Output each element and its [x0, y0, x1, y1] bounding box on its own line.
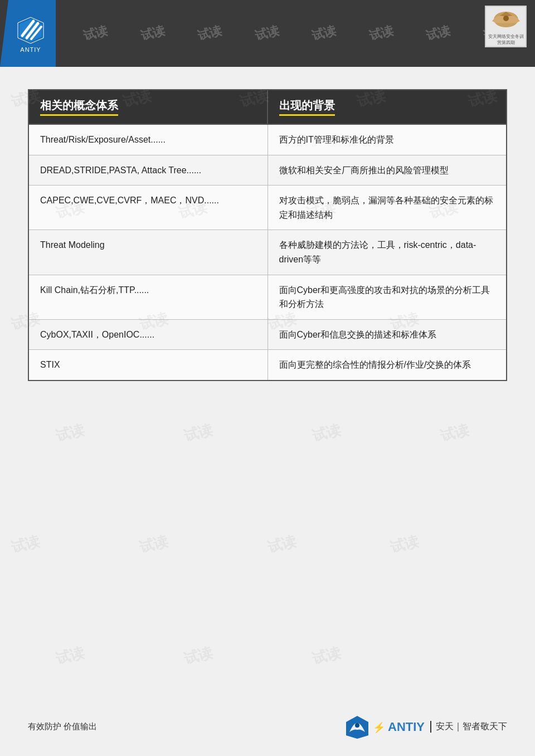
- table-row: Threat/Risk/Exposure/Asset......西方的IT管理和…: [28, 124, 507, 155]
- table-row: CAPEC,CWE,CVE,CVRF，MAEC，NVD......对攻击模式，脆…: [28, 186, 507, 230]
- col-right-header-text: 出现的背景: [279, 98, 335, 116]
- page-watermark-13: 试读: [54, 420, 86, 446]
- table-cell-right: 面向Cyber和信息交换的描述和标准体系: [268, 319, 507, 350]
- page-watermark-15: 试读: [310, 420, 343, 446]
- table-cell-left: STIX: [28, 350, 268, 381]
- page-watermark-19: 试读: [265, 531, 298, 558]
- header-watermarks: 试读 试读 试读 试读 试读 试读 试读 试读: [0, 0, 535, 67]
- wm-2: 试读: [139, 22, 167, 45]
- page-watermark-22: 试读: [182, 643, 215, 669]
- page-watermark-20: 试读: [388, 531, 421, 558]
- main-table: 相关的概念体系 出现的背景 Threat/Risk/Exposure/Asset…: [28, 89, 507, 381]
- wm-5: 试读: [310, 22, 338, 45]
- wm-4: 试读: [253, 22, 281, 45]
- table-row: CybOX,TAXII，OpenIOC......面向Cyber和信息交换的描述…: [28, 319, 507, 350]
- table-cell-right: 面向更完整的综合性的情报分析/作业/交换的体系: [268, 350, 507, 381]
- wm-1: 试读: [81, 22, 109, 45]
- table-cell-right: 对攻击模式，脆弱点，漏洞等各种基础的安全元素的标定和描述结构: [268, 186, 507, 230]
- col-right-header: 出现的背景: [268, 90, 507, 124]
- wm-3: 试读: [196, 22, 223, 45]
- footer-brand-tagline: 安天｜智者敬天下: [430, 721, 507, 733]
- page-watermark-17: 试读: [9, 531, 42, 558]
- table-row: Threat Modeling各种威胁建模的方法论，工具，risk-centri…: [28, 230, 507, 275]
- page-watermark-14: 试读: [182, 420, 215, 446]
- page-watermark-16: 试读: [438, 420, 471, 446]
- brand-sub-label: 安天网络安全冬训营第四期: [486, 34, 526, 46]
- table-cell-left: Kill Chain,钻石分析,TTP......: [28, 275, 268, 319]
- wm-7: 试读: [424, 22, 452, 45]
- footer-right: ⚡ ANTIY 安天｜智者敬天下: [345, 714, 507, 739]
- table-row: Kill Chain,钻石分析,TTP......面向Cyber和更高强度的攻击…: [28, 275, 507, 319]
- col-left-header-text: 相关的概念体系: [40, 98, 118, 116]
- footer-brand-name: ⚡ ANTIY: [373, 720, 425, 734]
- svg-point-9: [355, 723, 359, 728]
- col-left-header: 相关的概念体系: [28, 90, 268, 124]
- table-cell-left: CybOX,TAXII，OpenIOC......: [28, 319, 268, 350]
- page-watermark-21: 试读: [54, 643, 86, 669]
- table-row: DREAD,STRIDE,PASTA, Attack Tree......微软和…: [28, 155, 507, 186]
- table-cell-right: 面向Cyber和更高强度的攻击和对抗的场景的分析工具和分析方法: [268, 275, 507, 319]
- logo-box: ANTIY: [0, 0, 56, 67]
- page-watermark-18: 试读: [137, 531, 170, 558]
- table-cell-right: 各种威胁建模的方法论，工具，risk-centric，data-driven等等: [268, 230, 507, 275]
- wm-6: 试读: [367, 22, 395, 45]
- table-cell-right: 微软和相关安全厂商所推出的风险管理模型: [268, 155, 507, 186]
- header: ANTIY 试读 试读 试读 试读 试读 试读 试读 试读 安天网络安全冬训营第…: [0, 0, 535, 67]
- content-area: 相关的概念体系 出现的背景 Threat/Risk/Exposure/Asset…: [0, 67, 535, 398]
- top-right-brand: 安天网络安全冬训营第四期: [485, 6, 527, 47]
- brand-logo-box: 安天网络安全冬训营第四期: [485, 6, 527, 47]
- table-cell-left: Threat Modeling: [28, 230, 268, 275]
- antiy-logo-icon: [16, 14, 46, 45]
- table-cell-left: CAPEC,CWE,CVE,CVRF，MAEC，NVD......: [28, 186, 268, 230]
- table-cell-right: 西方的IT管理和标准化的背景: [268, 124, 507, 155]
- brand-logo-inner: 安天网络安全冬训营第四期: [486, 7, 526, 46]
- svg-point-7: [503, 16, 509, 21]
- table-cell-left: Threat/Risk/Exposure/Asset......: [28, 124, 268, 155]
- table-row: STIX面向更完整的综合性的情报分析/作业/交换的体系: [28, 350, 507, 381]
- table-cell-left: DREAD,STRIDE,PASTA, Attack Tree......: [28, 155, 268, 186]
- page-watermark-23: 试读: [310, 643, 343, 669]
- footer: 有效防护 价值输出 ⚡ ANTIY 安天｜智者敬天下: [28, 714, 507, 739]
- logo-text: ANTIY: [20, 46, 41, 53]
- footer-left-text: 有效防护 价值输出: [28, 721, 97, 732]
- footer-brand-icon: [345, 714, 370, 739]
